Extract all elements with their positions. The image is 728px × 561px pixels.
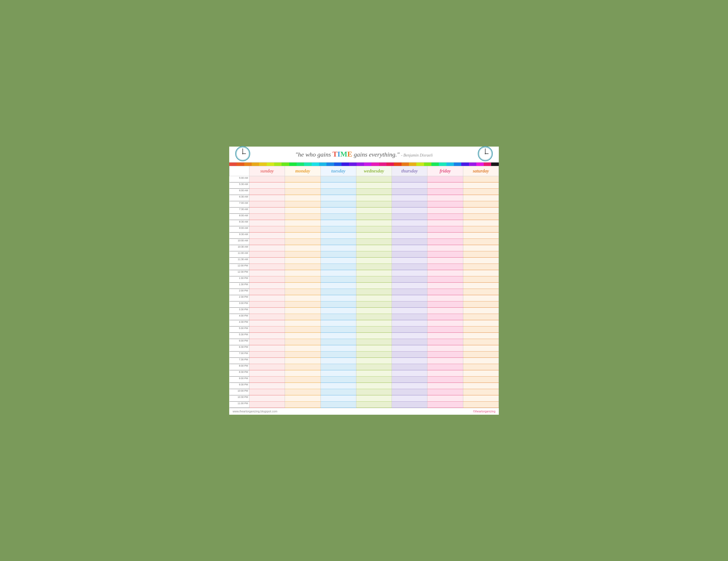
saturday-cell[interactable] [463, 370, 499, 376]
monday-cell[interactable] [285, 326, 320, 333]
thursday-cell[interactable] [392, 251, 427, 257]
sunday-cell[interactable] [249, 370, 285, 376]
thursday-cell[interactable] [392, 201, 427, 207]
tuesday-cell[interactable] [320, 389, 356, 395]
thursday-cell[interactable] [392, 345, 427, 351]
monday-cell[interactable] [285, 251, 320, 257]
thursday-cell[interactable] [392, 301, 427, 308]
saturday-cell[interactable] [463, 176, 499, 182]
thursday-cell[interactable] [392, 295, 427, 301]
monday-cell[interactable] [285, 358, 320, 364]
sunday-cell[interactable] [249, 263, 285, 270]
saturday-cell[interactable] [463, 182, 499, 188]
thursday-cell[interactable] [392, 364, 427, 370]
monday-cell[interactable] [285, 320, 320, 326]
thursday-cell[interactable] [392, 389, 427, 395]
sunday-cell[interactable] [249, 188, 285, 195]
friday-cell[interactable] [427, 176, 463, 182]
sunday-cell[interactable] [249, 376, 285, 383]
monday-cell[interactable] [285, 308, 320, 314]
sunday-cell[interactable] [249, 358, 285, 364]
saturday-cell[interactable] [463, 376, 499, 383]
tuesday-cell[interactable] [320, 395, 356, 401]
wednesday-cell[interactable] [356, 289, 392, 295]
thursday-cell[interactable] [392, 333, 427, 339]
tuesday-cell[interactable] [320, 295, 356, 301]
thursday-cell[interactable] [392, 326, 427, 333]
monday-cell[interactable] [285, 389, 320, 395]
tuesday-cell[interactable] [320, 333, 356, 339]
friday-cell[interactable] [427, 238, 463, 245]
wednesday-cell[interactable] [356, 376, 392, 383]
saturday-cell[interactable] [463, 245, 499, 251]
thursday-cell[interactable] [392, 276, 427, 283]
monday-cell[interactable] [285, 301, 320, 308]
friday-cell[interactable] [427, 351, 463, 358]
friday-cell[interactable] [427, 276, 463, 283]
friday-cell[interactable] [427, 289, 463, 295]
thursday-cell[interactable] [392, 308, 427, 314]
friday-cell[interactable] [427, 364, 463, 370]
sunday-cell[interactable] [249, 389, 285, 395]
sunday-cell[interactable] [249, 395, 285, 401]
thursday-cell[interactable] [392, 182, 427, 188]
saturday-cell[interactable] [463, 320, 499, 326]
thursday-cell[interactable] [392, 263, 427, 270]
tuesday-cell[interactable] [320, 176, 356, 182]
monday-cell[interactable] [285, 401, 320, 408]
monday-cell[interactable] [285, 213, 320, 220]
friday-cell[interactable] [427, 345, 463, 351]
monday-cell[interactable] [285, 339, 320, 345]
wednesday-cell[interactable] [356, 276, 392, 283]
wednesday-cell[interactable] [356, 226, 392, 232]
tuesday-cell[interactable] [320, 351, 356, 358]
saturday-cell[interactable] [463, 270, 499, 276]
saturday-cell[interactable] [463, 220, 499, 226]
sunday-cell[interactable] [249, 289, 285, 295]
tuesday-cell[interactable] [320, 245, 356, 251]
saturday-cell[interactable] [463, 326, 499, 333]
thursday-cell[interactable] [392, 289, 427, 295]
friday-cell[interactable] [427, 389, 463, 395]
monday-cell[interactable] [285, 364, 320, 370]
wednesday-cell[interactable] [356, 213, 392, 220]
friday-cell[interactable] [427, 182, 463, 188]
sunday-cell[interactable] [249, 226, 285, 232]
wednesday-cell[interactable] [356, 207, 392, 213]
tuesday-cell[interactable] [320, 188, 356, 195]
tuesday-cell[interactable] [320, 207, 356, 213]
sunday-cell[interactable] [249, 182, 285, 188]
monday-cell[interactable] [285, 295, 320, 301]
thursday-cell[interactable] [392, 238, 427, 245]
wednesday-cell[interactable] [356, 358, 392, 364]
monday-cell[interactable] [285, 383, 320, 389]
sunday-cell[interactable] [249, 232, 285, 238]
tuesday-cell[interactable] [320, 195, 356, 201]
monday-cell[interactable] [285, 333, 320, 339]
saturday-cell[interactable] [463, 383, 499, 389]
wednesday-cell[interactable] [356, 395, 392, 401]
wednesday-cell[interactable] [356, 383, 392, 389]
monday-cell[interactable] [285, 345, 320, 351]
saturday-cell[interactable] [463, 289, 499, 295]
wednesday-cell[interactable] [356, 389, 392, 395]
wednesday-cell[interactable] [356, 308, 392, 314]
saturday-cell[interactable] [463, 295, 499, 301]
wednesday-cell[interactable] [356, 339, 392, 345]
wednesday-cell[interactable] [356, 251, 392, 257]
monday-cell[interactable] [285, 376, 320, 383]
monday-cell[interactable] [285, 176, 320, 182]
monday-cell[interactable] [285, 395, 320, 401]
wednesday-cell[interactable] [356, 263, 392, 270]
friday-cell[interactable] [427, 245, 463, 251]
friday-cell[interactable] [427, 308, 463, 314]
sunday-cell[interactable] [249, 270, 285, 276]
saturday-cell[interactable] [463, 257, 499, 263]
wednesday-cell[interactable] [356, 238, 392, 245]
thursday-cell[interactable] [392, 257, 427, 263]
saturday-cell[interactable] [463, 395, 499, 401]
friday-cell[interactable] [427, 207, 463, 213]
saturday-cell[interactable] [463, 401, 499, 408]
tuesday-cell[interactable] [320, 301, 356, 308]
sunday-cell[interactable] [249, 245, 285, 251]
